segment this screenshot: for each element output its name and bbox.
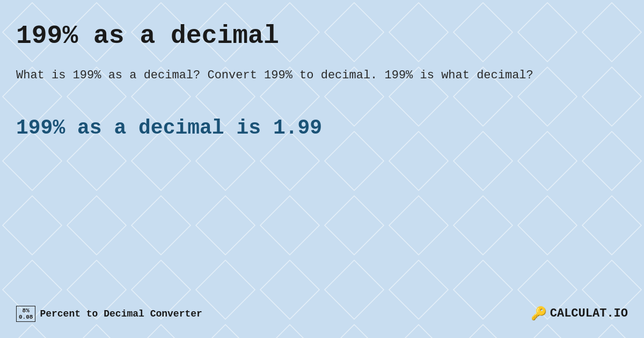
page-description: What is 199% as a decimal? Convert 199% …	[16, 67, 628, 84]
logo-text: CALCULAT.IO	[550, 307, 628, 320]
badge: 8% 0.08	[16, 306, 35, 322]
result-text: 199% as a decimal is 1.99	[16, 116, 628, 139]
badge-top: 8%	[23, 307, 30, 314]
page-title: 199% as a decimal	[16, 21, 628, 50]
converter-label: Percent to Decimal Converter	[40, 308, 202, 319]
main-content: 199% as a decimal What is 199% as a deci…	[0, 0, 644, 338]
page-footer: 8% 0.08 Percent to Decimal Converter 🔑 C…	[16, 306, 628, 327]
logo-icon: 🔑	[531, 306, 547, 321]
site-logo[interactable]: 🔑 CALCULAT.IO	[531, 306, 628, 321]
badge-bottom: 0.08	[19, 314, 33, 320]
footer-left: 8% 0.08 Percent to Decimal Converter	[16, 306, 202, 322]
